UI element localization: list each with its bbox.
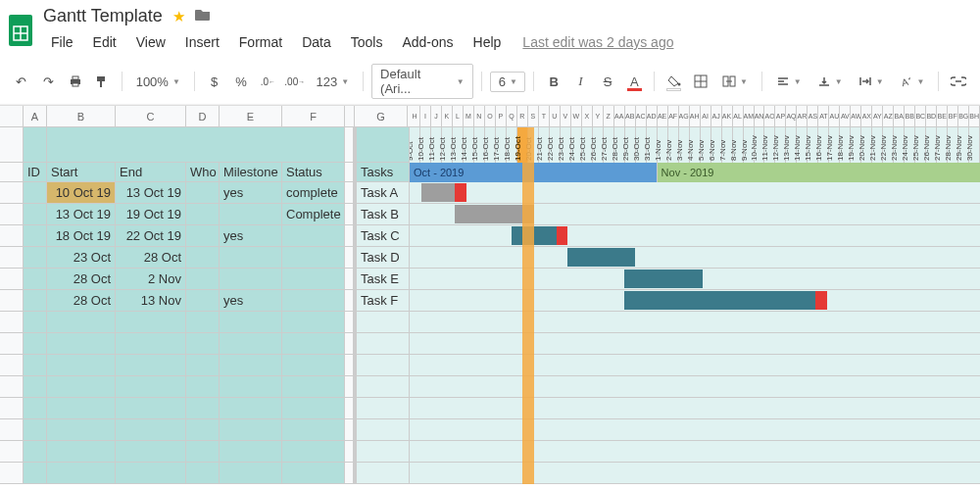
col-header[interactable]: BG <box>958 106 969 126</box>
table-row[interactable] <box>0 376 410 398</box>
dec-decrease-button[interactable]: .0← <box>257 70 279 93</box>
cell[interactable]: complete <box>282 182 345 204</box>
col-header[interactable]: O <box>485 106 496 126</box>
col-header[interactable]: J <box>431 106 442 126</box>
wrap-button[interactable]: ▼ <box>853 70 890 93</box>
col-header[interactable]: AT <box>818 106 829 126</box>
cell[interactable]: 28 Oct <box>47 269 116 290</box>
paint-format-icon[interactable] <box>90 70 113 93</box>
row-header[interactable] <box>0 419 24 441</box>
fill-color-button[interactable] <box>662 70 685 93</box>
redo-icon[interactable]: ↷ <box>36 70 59 93</box>
col-header[interactable]: AH <box>690 106 701 126</box>
menu-view[interactable]: View <box>126 30 175 54</box>
doc-title[interactable]: Gantt Template <box>41 6 163 26</box>
menu-help[interactable]: Help <box>464 30 512 54</box>
cell[interactable] <box>24 290 47 312</box>
row-header[interactable] <box>0 376 24 398</box>
zoom-select[interactable]: 100%▼ <box>130 73 186 91</box>
cell[interactable]: 18 Oct 19 <box>47 225 116 247</box>
col-header[interactable]: N <box>474 106 485 126</box>
spreadsheet-grid[interactable]: A B C D E F G ID Start <box>0 106 980 490</box>
cell[interactable]: 19 Oct 19 <box>116 204 186 225</box>
font-size-select[interactable]: 6▼ <box>490 72 526 92</box>
menu-data[interactable]: Data <box>292 30 341 54</box>
text-color-button[interactable]: A <box>623 70 646 93</box>
col-header[interactable]: Y <box>593 106 604 126</box>
cell[interactable] <box>220 247 282 269</box>
gantt-row[interactable] <box>410 225 980 247</box>
cell[interactable] <box>24 269 47 290</box>
col-header[interactable]: AA <box>614 106 625 126</box>
cell[interactable] <box>282 269 345 290</box>
row-header[interactable] <box>0 163 24 182</box>
row-header[interactable] <box>0 333 24 355</box>
col-header[interactable]: L <box>453 106 464 126</box>
row-header[interactable] <box>0 127 24 163</box>
col-header[interactable]: BD <box>926 106 937 126</box>
gantt-bar[interactable] <box>624 270 704 288</box>
table-row[interactable] <box>0 355 410 376</box>
col-header[interactable]: X <box>582 106 593 126</box>
cell[interactable]: Start <box>47 163 116 182</box>
col-header[interactable]: BC <box>915 106 926 126</box>
col-header[interactable]: AY <box>872 106 883 126</box>
col-header[interactable]: P <box>496 106 507 126</box>
row-header[interactable] <box>0 269 24 290</box>
cell[interactable] <box>282 225 345 247</box>
menu-addons[interactable]: Add-ons <box>392 30 463 54</box>
row-header[interactable] <box>0 182 24 204</box>
cell[interactable] <box>186 247 220 269</box>
dec-increase-button[interactable]: .00→ <box>283 70 306 93</box>
row-header[interactable] <box>0 247 24 269</box>
gantt-row[interactable] <box>410 182 980 204</box>
col-header[interactable]: AW <box>851 106 861 126</box>
table-row[interactable]: 28 Oct13 NovyesTask F <box>0 290 410 312</box>
col-header[interactable]: AN <box>755 106 765 126</box>
table-row[interactable] <box>0 463 410 484</box>
cell[interactable]: 13 Oct 19 <box>116 182 186 204</box>
cell[interactable]: yes <box>220 225 282 247</box>
row-header[interactable] <box>0 290 24 312</box>
row-header[interactable] <box>0 463 24 484</box>
star-icon[interactable]: ★ <box>172 8 185 25</box>
cell[interactable] <box>186 269 220 290</box>
cell[interactable]: Tasks <box>357 163 410 182</box>
table-row[interactable] <box>0 419 410 441</box>
col-header[interactable]: AP <box>775 106 786 126</box>
cell[interactable] <box>186 225 220 247</box>
col-header[interactable]: AJ <box>711 106 722 126</box>
col-header[interactable]: S <box>528 106 539 126</box>
cell[interactable]: Milestone <box>220 163 282 182</box>
row-header[interactable] <box>0 355 24 376</box>
row-header[interactable] <box>0 441 24 463</box>
cell[interactable]: Status <box>282 163 345 182</box>
menu-insert[interactable]: Insert <box>175 30 229 54</box>
col-header[interactable]: AU <box>829 106 840 126</box>
cell[interactable]: ID <box>24 163 47 182</box>
cell[interactable] <box>186 290 220 312</box>
col-header[interactable]: W <box>571 106 582 126</box>
cell[interactable] <box>47 127 345 163</box>
table-row[interactable]: 13 Oct 1919 Oct 19CompleteTask B <box>0 204 410 225</box>
italic-button[interactable]: I <box>569 70 592 93</box>
gantt-bar[interactable] <box>567 248 635 267</box>
cell[interactable]: Task B <box>357 204 410 225</box>
folder-icon[interactable] <box>195 8 211 24</box>
col-header[interactable]: AF <box>668 106 679 126</box>
col-header[interactable]: U <box>550 106 561 126</box>
bold-button[interactable]: B <box>542 70 564 93</box>
col-header[interactable]: AE <box>658 106 668 126</box>
milestone-marker[interactable] <box>455 183 466 202</box>
col-header[interactable]: T <box>539 106 550 126</box>
col-header[interactable]: AK <box>722 106 733 126</box>
cell[interactable]: 22 Oct 19 <box>116 225 186 247</box>
col-header[interactable]: C <box>116 106 186 126</box>
col-header[interactable]: F <box>282 106 345 126</box>
milestone-marker[interactable] <box>557 226 568 245</box>
table-row[interactable] <box>0 333 410 355</box>
cell[interactable] <box>24 204 47 225</box>
cell[interactable]: Complete <box>282 204 345 225</box>
gantt-chart[interactable]: HIJKLMNOPQRSTUVWXYZAAABACADAEAFAGAHAIAJA… <box>410 106 980 484</box>
row-header[interactable] <box>0 204 24 225</box>
